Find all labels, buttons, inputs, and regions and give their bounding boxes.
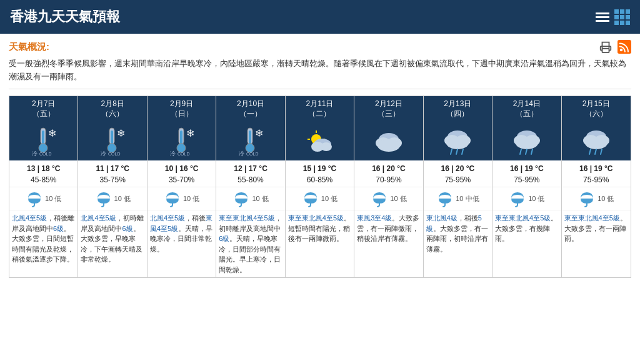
wind-link[interactable]: 6級 xyxy=(122,225,132,232)
uv-6: 10中低 xyxy=(424,187,492,210)
wind-link[interactable]: 北風4至5級 xyxy=(81,214,116,222)
forecast-col-8: 2月15日 （六） 16 | 19 °C 75-95% 10低 東至東北風4至 xyxy=(562,96,631,278)
day-header-0: 2月7日 （五） xyxy=(9,96,78,122)
wind-link[interactable]: 東北風4級 xyxy=(426,214,458,222)
temp-2: 10 | 16 °C xyxy=(150,163,213,174)
temp-6: 16 | 20 °C xyxy=(426,163,489,174)
day-header-6: 2月13日 （四） xyxy=(424,96,492,122)
day-weekday-2: （日） xyxy=(149,109,214,119)
wind-desc-8: 東至東北風4至5級。大致多雲，有一兩陣雨。 xyxy=(562,210,631,247)
svg-rect-0 xyxy=(602,49,609,52)
svg-line-59 xyxy=(531,149,532,154)
temp-humidity-5: 16 | 20 °C 70-95% xyxy=(354,160,422,187)
svg-line-50 xyxy=(456,149,458,154)
day-header-2: 2月9日 （日） xyxy=(148,96,216,122)
uv-8: 10低 xyxy=(562,187,631,210)
rss-icon[interactable] xyxy=(618,40,631,54)
weather-icon-1: ❄ 冷 COLD xyxy=(78,122,146,160)
menu-icon[interactable] xyxy=(596,12,609,22)
weather-icon-3: ❄ 冷 COLD xyxy=(216,122,284,160)
day-weekday-0: （五） xyxy=(11,109,76,119)
wind-desc-6: 東北風4級，稍後5級。大致多雲，有一兩陣雨，初時沿岸有薄霧。 xyxy=(424,210,492,257)
uv-5: 10低 xyxy=(354,187,422,210)
svg-line-66 xyxy=(595,149,596,154)
wind-link[interactable]: 東至東北風4至5級 xyxy=(564,214,620,222)
wind-link[interactable]: 北風4至5級 xyxy=(150,214,185,222)
weather-icon-7 xyxy=(492,122,561,160)
wind-link[interactable]: 6級 xyxy=(53,225,64,232)
svg-rect-4 xyxy=(42,130,44,144)
forecast-col-3: 2月10日 （一） ❄ 冷 COLD 12 | 17 °C 55-80% 10低 xyxy=(216,96,285,278)
temp-humidity-3: 12 | 17 °C 55-80% xyxy=(216,160,284,187)
svg-line-58 xyxy=(526,149,527,154)
svg-text:冷: 冷 xyxy=(32,150,38,157)
wind-link[interactable]: 6級 xyxy=(219,235,229,242)
temp-humidity-2: 10 | 16 °C 35-70% xyxy=(148,160,216,187)
day-header-5: 2月12日 （三） xyxy=(354,96,422,122)
svg-rect-18 xyxy=(180,130,182,144)
wind-desc-7: 東至東北風4至5級。大致多雲，有幾陣雨。 xyxy=(492,210,561,247)
wind-desc-0: 北風4至5級，稍後離岸及高地間中6級。大致多雲，日間短暫時間有陽光及乾燥，稍後氣… xyxy=(9,210,78,267)
forecast-col-4: 2月11日 （二） 15 | 19 °C 60-85% 10低 xyxy=(286,96,354,278)
humidity-0: 45-85% xyxy=(12,174,75,185)
grid-icon[interactable] xyxy=(614,9,630,25)
overview-label: 天氣概況: xyxy=(9,41,49,53)
temp-humidity-6: 16 | 20 °C 75-95% xyxy=(424,160,492,187)
wind-link[interactable]: 東至東北風4至5級 xyxy=(288,214,344,222)
svg-text:❄: ❄ xyxy=(48,128,56,139)
forecast-col-2: 2月9日 （日） ❄ 冷 COLD 10 | 16 °C 35-70% 10低 xyxy=(148,96,216,278)
forecast-col-1: 2月8日 （六） ❄ 冷 COLD 11 | 17 °C 35-75% 10低 xyxy=(78,96,147,278)
svg-point-12 xyxy=(108,144,116,152)
humidity-8: 75-95% xyxy=(564,174,628,185)
day-date-7: 2月14日 xyxy=(494,99,559,109)
weather-icon-2: ❄ 冷 COLD xyxy=(148,122,216,160)
day-date-2: 2月9日 xyxy=(149,99,214,109)
wind-link[interactable]: 東風3至4級 xyxy=(357,214,392,222)
humidity-6: 75-95% xyxy=(426,174,489,185)
day-weekday-8: （六） xyxy=(563,109,629,119)
svg-rect-11 xyxy=(111,130,113,144)
weather-icon-0: ❄ 冷 COLD xyxy=(9,122,78,160)
weather-icon-4 xyxy=(286,122,354,160)
print-icon[interactable] xyxy=(599,40,612,54)
svg-point-5 xyxy=(39,144,48,152)
svg-text:冷: 冷 xyxy=(101,150,106,157)
day-header-4: 2月11日 （二） xyxy=(286,96,354,122)
wind-link[interactable]: 東至東北風4至5級 xyxy=(495,214,551,222)
temp-4: 15 | 19 °C xyxy=(288,163,351,174)
svg-point-26 xyxy=(246,144,254,152)
svg-point-48 xyxy=(446,137,469,149)
main-content: 天氣概況: 受一般強烈冬季季候風影響，週末期間華南沿岸早晚寒冷，內陸地區嚴寒，漸… xyxy=(0,34,640,284)
forecast-col-7: 2月14日 （五） 16 | 19 °C 75-95% 10低 東至東北風4至 xyxy=(492,96,561,278)
page-title: 香港九天天氣預報 xyxy=(10,7,120,26)
weather-icon-5 xyxy=(354,122,422,160)
overview-section: 天氣概況: xyxy=(9,40,631,54)
temp-1: 11 | 17 °C xyxy=(81,163,144,174)
wind-link[interactable]: 北風4至5級 xyxy=(12,214,47,222)
svg-line-57 xyxy=(520,149,521,154)
svg-line-67 xyxy=(601,149,602,154)
humidity-7: 75-95% xyxy=(495,174,558,185)
wind-desc-1: 北風4至5級，初時離岸及高地間中6級。大致多雲，早晚寒冷，下午漸轉天晴及非常乾燥… xyxy=(78,210,146,267)
svg-point-19 xyxy=(177,144,186,152)
day-weekday-3: （一） xyxy=(218,109,283,119)
temp-3: 12 | 17 °C xyxy=(219,163,282,174)
temp-humidity-1: 11 | 17 °C 35-75% xyxy=(78,160,146,187)
uv-7: 10低 xyxy=(492,187,561,210)
svg-text:冷: 冷 xyxy=(239,150,244,157)
svg-rect-25 xyxy=(249,130,251,144)
day-date-6: 2月13日 xyxy=(425,99,491,109)
day-weekday-7: （五） xyxy=(494,109,559,119)
day-date-0: 2月7日 xyxy=(11,99,76,109)
svg-text:❄: ❄ xyxy=(186,128,194,139)
wind-link[interactable]: 東至東北風4至5級 xyxy=(219,214,274,222)
header: 香港九天天氣預報 xyxy=(0,0,640,34)
svg-point-64 xyxy=(585,137,608,149)
overview-actions xyxy=(599,40,631,54)
wind-desc-2: 北風4至5級，稍後東風4至5級。天晴，早晚寒冷，日間非常乾燥。 xyxy=(148,210,216,257)
day-header-3: 2月10日 （一） xyxy=(216,96,284,122)
humidity-2: 35-70% xyxy=(150,174,213,185)
humidity-5: 70-95% xyxy=(357,174,420,185)
svg-text:COLD: COLD xyxy=(39,152,51,156)
forecast-col-0: 2月7日 （五） ❄ 冷 COLD 13 | 18 °C 45-85% 10低 xyxy=(9,96,78,278)
